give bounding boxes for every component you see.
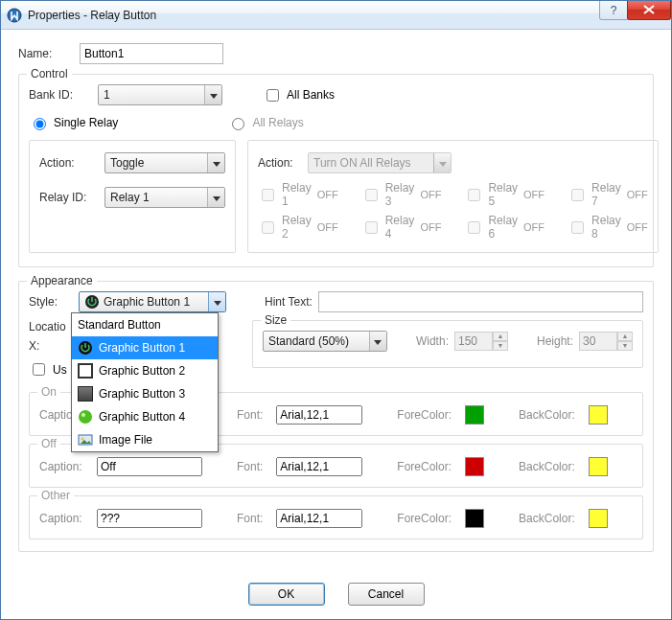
all-relays-label: All Relays bbox=[252, 116, 303, 129]
off-back-swatch[interactable] bbox=[589, 457, 608, 476]
off-fore-swatch[interactable] bbox=[465, 457, 484, 476]
off-font-label: Font: bbox=[237, 460, 263, 473]
relay-2-check: Relay 2 bbox=[258, 214, 312, 241]
name-label: Name: bbox=[18, 47, 72, 60]
style-option-graphic4[interactable]: Graphic Button 4 bbox=[72, 405, 218, 428]
power-icon bbox=[78, 340, 93, 356]
on-legend: On bbox=[37, 385, 60, 399]
action-label: Action: bbox=[39, 156, 97, 170]
off-font-input bbox=[276, 457, 362, 476]
dialog-footer: OK Cancel bbox=[1, 583, 671, 606]
relay-mode-row: Single Relay All Relays bbox=[29, 115, 643, 130]
all-relays-radio[interactable]: All Relays bbox=[227, 115, 303, 130]
on-fore-label: ForeColor: bbox=[397, 408, 452, 422]
relay-grid: Relay 1OFF Relay 3OFF Relay 5OFF Relay 7… bbox=[258, 181, 648, 241]
appearance-legend: Appearance bbox=[27, 274, 97, 287]
square-outline-icon bbox=[78, 363, 93, 379]
style-option-graphic2[interactable]: Graphic Button 2 bbox=[72, 359, 218, 382]
on-back-label: BackColor: bbox=[519, 408, 575, 422]
action-value: Toggle bbox=[110, 156, 207, 170]
relay-id-row: Relay ID: Relay 1 bbox=[39, 187, 225, 208]
window-buttons: ? bbox=[600, 1, 671, 29]
bank-id-combo[interactable]: 1 bbox=[98, 84, 222, 105]
style-row: Style: Graphic Button 1 Standard Button … bbox=[29, 291, 643, 312]
off-caption-input bbox=[97, 457, 202, 476]
app-icon bbox=[7, 8, 22, 23]
other-fore-swatch[interactable] bbox=[465, 509, 484, 528]
chevron-down-icon bbox=[207, 188, 224, 207]
other-fore-label: ForeColor: bbox=[397, 512, 452, 525]
help-button[interactable]: ? bbox=[599, 1, 628, 20]
svg-point-6 bbox=[81, 438, 84, 441]
style-option-graphic1[interactable]: Graphic Button 1 bbox=[72, 336, 218, 359]
all-banks-check-input[interactable] bbox=[266, 89, 279, 102]
chevron-down-icon bbox=[208, 292, 225, 311]
single-relay-radio-input[interactable] bbox=[34, 118, 46, 130]
use-checkbox[interactable]: Us bbox=[29, 360, 67, 379]
client-area: Name: Control Bank ID: 1 All Banks bbox=[1, 30, 671, 619]
x-label: X: bbox=[29, 339, 48, 353]
chevron-down-icon bbox=[204, 85, 221, 104]
off-caption-label: Caption: bbox=[39, 460, 89, 473]
other-back-swatch[interactable] bbox=[589, 509, 608, 528]
all-banks-label: All Banks bbox=[287, 88, 335, 102]
all-action-combo: Turn ON All Relays bbox=[308, 152, 452, 173]
width-input bbox=[454, 332, 493, 351]
spin-down-icon: ▼ bbox=[617, 341, 633, 351]
close-button[interactable] bbox=[627, 1, 671, 20]
all-banks-checkbox[interactable]: All Banks bbox=[263, 86, 335, 104]
other-font-input bbox=[276, 509, 362, 528]
style-option-standard[interactable]: Standard Button bbox=[72, 313, 218, 336]
all-action-label: Action: bbox=[258, 156, 302, 170]
size-value: Standard (50%) bbox=[268, 334, 369, 348]
other-font-label: Font: bbox=[237, 512, 263, 525]
hint-input[interactable] bbox=[318, 291, 643, 312]
bank-row: Bank ID: 1 All Banks bbox=[29, 84, 643, 105]
relay-8-check: Relay 8 bbox=[568, 214, 621, 241]
window-title: Properties - Relay Button bbox=[28, 9, 600, 22]
spin-up-icon: ▲ bbox=[493, 332, 508, 341]
control-group: Control Bank ID: 1 All Banks Single Rela… bbox=[18, 74, 654, 267]
circle-green-icon bbox=[78, 409, 93, 425]
height-input bbox=[579, 332, 617, 351]
single-relay-label: Single Relay bbox=[54, 116, 118, 129]
bank-id-value: 1 bbox=[104, 88, 204, 102]
dialog-window: Properties - Relay Button ? Name: Contro… bbox=[0, 0, 672, 620]
style-combo[interactable]: Graphic Button 1 bbox=[79, 291, 226, 312]
relay-id-value: Relay 1 bbox=[110, 191, 207, 204]
off-back-label: BackColor: bbox=[519, 460, 575, 473]
name-input[interactable] bbox=[80, 43, 223, 64]
style-dropdown[interactable]: Standard Button Graphic Button 1 Graphic… bbox=[71, 312, 219, 452]
on-fore-swatch[interactable] bbox=[465, 405, 484, 425]
off-fore-label: ForeColor: bbox=[397, 460, 452, 473]
width-label: Width: bbox=[416, 334, 449, 348]
cancel-button[interactable]: Cancel bbox=[348, 583, 425, 606]
svg-point-3 bbox=[79, 410, 92, 424]
bank-id-label: Bank ID: bbox=[29, 88, 90, 102]
all-relays-radio-input[interactable] bbox=[232, 118, 244, 130]
hint-label: Hint Text: bbox=[265, 295, 313, 309]
chevron-down-icon bbox=[369, 332, 386, 351]
size-combo[interactable]: Standard (50%) bbox=[263, 331, 387, 352]
help-icon: ? bbox=[611, 4, 617, 17]
action-combo[interactable]: Toggle bbox=[104, 152, 225, 173]
svg-point-4 bbox=[81, 413, 85, 417]
single-relay-panel: Action: Toggle Relay ID: Relay 1 bbox=[29, 140, 236, 253]
relay-1-check: Relay 1 bbox=[258, 181, 312, 208]
spin-down-icon: ▼ bbox=[493, 341, 508, 351]
ok-button[interactable]: OK bbox=[248, 583, 325, 606]
on-back-swatch[interactable] bbox=[589, 405, 608, 425]
single-relay-radio[interactable]: Single Relay bbox=[29, 115, 118, 130]
relay-id-combo[interactable]: Relay 1 bbox=[104, 187, 225, 208]
style-option-imagefile[interactable]: Image File bbox=[72, 428, 218, 451]
size-legend: Size bbox=[261, 313, 290, 327]
on-font-label: Font: bbox=[237, 408, 263, 422]
image-file-icon bbox=[78, 432, 93, 448]
spin-up-icon: ▲ bbox=[617, 332, 633, 341]
style-option-graphic3[interactable]: Graphic Button 3 bbox=[72, 382, 218, 405]
square-dark-icon bbox=[78, 386, 93, 402]
size-group: Size Standard (50%) Width: ▲▼ bbox=[252, 320, 643, 368]
relay-6-check: Relay 6 bbox=[464, 214, 518, 241]
other-legend: Other bbox=[37, 489, 74, 502]
close-icon bbox=[643, 4, 655, 17]
